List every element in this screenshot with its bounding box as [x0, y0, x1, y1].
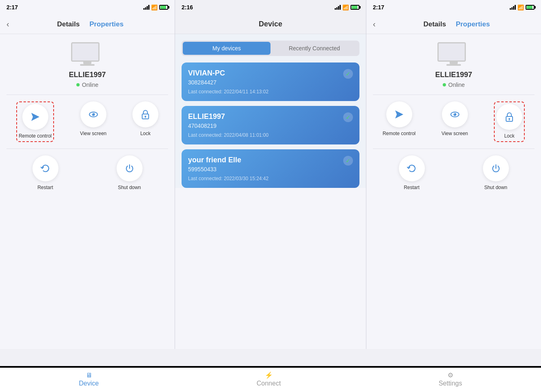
card-vivian-last: Last connected: 2022/04/11 14:13:02: [188, 89, 353, 95]
right-device-info: ELLIE1997 Online: [366, 34, 541, 95]
left-view-screen-label: View screen: [80, 131, 106, 137]
center-wifi-icon: 📶: [342, 4, 349, 11]
right-status-icons: 📶: [510, 4, 535, 11]
right-panel: 2:17 📶 ‹ Details Properties: [366, 0, 541, 349]
card-friend-check: ✓: [343, 156, 353, 166]
right-view-screen-btn[interactable]: [442, 101, 468, 127]
device-cards-list: VIVIAN-PC 308284427 Last connected: 2022…: [175, 62, 366, 188]
right-view-screen-label: View screen: [441, 131, 468, 137]
svg-point-2: [92, 113, 95, 116]
left-status-text: Online: [82, 82, 98, 88]
svg-point-13: [509, 118, 510, 120]
left-remote-control-label: Remote control: [19, 133, 52, 140]
right-power-icon: [491, 163, 501, 174]
left-shutdown-label: Shut down: [118, 185, 141, 191]
left-restart-btn[interactable]: [32, 155, 58, 181]
right-nav-details[interactable]: Details: [423, 20, 446, 28]
right-status-bar: 2:17 📶: [366, 0, 541, 15]
left-nav-titles: Details Properties: [13, 20, 168, 28]
left-view-screen-item[interactable]: View screen: [80, 101, 106, 142]
left-status-icons: 📶: [143, 4, 168, 11]
svg-point-10: [453, 113, 456, 116]
left-device-status: Online: [76, 82, 98, 88]
wifi-icon: 📶: [151, 4, 158, 11]
right-restart-label: Restart: [404, 185, 420, 191]
left-nav-properties[interactable]: Properties: [89, 20, 123, 28]
device-card-friend[interactable]: your friend Elle 599550433 Last connecte…: [182, 149, 359, 188]
center-status-icons: 📶: [335, 4, 359, 11]
svg-point-11: [454, 114, 454, 114]
left-shutdown-btn[interactable]: [117, 155, 143, 181]
left-nav-details[interactable]: Details: [57, 20, 80, 28]
card-ellie-id: 470408219: [188, 123, 353, 129]
left-status-bar: 2:17 📶: [0, 0, 175, 15]
left-view-screen-btn[interactable]: [80, 101, 106, 127]
left-shutdown-item[interactable]: Shut down: [117, 155, 143, 191]
card-friend-last: Last connected: 2022/03/30 15:24:42: [188, 176, 353, 181]
right-lock-item[interactable]: Lock: [494, 101, 525, 142]
center-signal-icon: [335, 5, 341, 10]
right-lock-label: Lock: [504, 133, 514, 140]
right-nav-titles: Details Properties: [379, 20, 535, 28]
tab-recently-connected[interactable]: Recently Connected: [270, 42, 358, 55]
right-shutdown-label: Shut down: [484, 185, 507, 191]
left-remote-control-item[interactable]: Remote control: [16, 101, 54, 142]
right-signal-icon: [510, 5, 516, 10]
right-lock-icon: [504, 111, 515, 123]
right-shutdown-item[interactable]: Shut down: [483, 155, 509, 191]
right-nav-bar: ‹ Details Properties: [366, 15, 541, 34]
right-remote-control-btn[interactable]: [386, 101, 412, 127]
svg-point-5: [145, 116, 146, 117]
center-nav-title: Device: [259, 20, 282, 28]
left-remote-control-btn[interactable]: [22, 104, 48, 130]
card-ellie-check: ✓: [343, 112, 353, 122]
right-send-icon: [394, 109, 405, 120]
tab-my-devices[interactable]: My devices: [183, 42, 270, 55]
left-online-dot: [76, 83, 80, 86]
left-status-time: 2:17: [6, 4, 18, 11]
right-shutdown-btn[interactable]: [483, 155, 509, 181]
right-controls-row-2: Restart Shut down: [366, 149, 541, 198]
left-controls-row-2: Restart Shut down: [0, 149, 175, 198]
device-card-ellie[interactable]: ELLIE1997 470408219 Last connected: 2022…: [182, 106, 359, 144]
right-remote-control-item[interactable]: Remote control: [383, 101, 415, 142]
right-device-name: ELLIE1997: [435, 71, 472, 79]
center-empty-space: [175, 188, 366, 349]
svg-marker-0: [31, 113, 39, 121]
left-nav-bar: ‹ Details Properties: [0, 15, 175, 34]
device-card-vivian[interactable]: VIVIAN-PC 308284427 Last connected: 2022…: [182, 62, 359, 101]
center-nav-bar: Device: [175, 15, 366, 34]
eye-icon: [88, 109, 99, 120]
left-back-button[interactable]: ‹: [6, 19, 9, 29]
left-lock-btn[interactable]: [132, 101, 158, 127]
center-status-bar: 2:16 📶: [175, 0, 366, 15]
right-back-button[interactable]: ‹: [373, 19, 376, 29]
right-restart-btn[interactable]: [399, 155, 425, 181]
card-ellie-last: Last connected: 2022/04/08 11:01:00: [188, 132, 353, 138]
restart-icon: [40, 163, 51, 174]
right-online-dot: [443, 83, 446, 86]
right-empty-space: [366, 197, 541, 349]
right-restart-item[interactable]: Restart: [399, 155, 425, 191]
right-lock-btn[interactable]: [496, 104, 522, 130]
left-restart-item[interactable]: Restart: [32, 155, 58, 191]
card-ellie-name: ELLIE1997: [188, 112, 353, 121]
right-remote-control-label: Remote control: [383, 131, 415, 137]
left-controls-row-1: Remote control View screen: [0, 95, 175, 149]
right-view-screen-item[interactable]: View screen: [441, 101, 468, 142]
right-nav-properties[interactable]: Properties: [456, 20, 490, 28]
signal-icon: [143, 5, 149, 10]
device-tabs: My devices Recently Connected: [182, 41, 359, 56]
left-device-info: ELLIE1997 Online: [0, 34, 175, 95]
card-vivian-id: 308284427: [188, 79, 353, 86]
left-lock-item[interactable]: Lock: [132, 101, 158, 142]
left-device-name: ELLIE1997: [69, 71, 106, 79]
left-panel: 2:17 📶 ‹ Details Properties: [0, 0, 175, 349]
power-icon: [124, 163, 135, 174]
battery-icon: [159, 5, 168, 10]
lock-icon: [140, 109, 151, 120]
right-controls-row-1: Remote control View screen: [366, 95, 541, 149]
right-device-status: Online: [443, 82, 465, 88]
right-status-text: Online: [448, 82, 465, 88]
svg-marker-8: [395, 110, 403, 118]
